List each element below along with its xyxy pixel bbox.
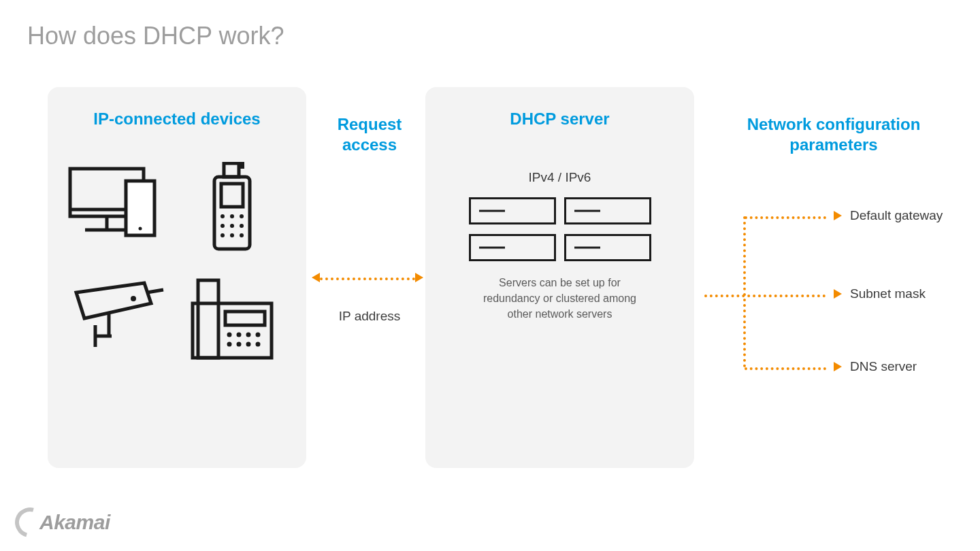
server-heading: DHCP server (439, 109, 681, 129)
ip-version-label: IPv4 / IPv6 (439, 170, 681, 185)
svg-rect-26 (198, 280, 218, 358)
param-subnet-mask: Subnet mask (834, 286, 926, 301)
arrow-icon (834, 362, 842, 371)
arrow-icon (834, 289, 842, 299)
server-description: Servers can be set up for redundancy or … (472, 275, 649, 322)
param-label: Subnet mask (850, 286, 926, 301)
request-access-label: Request access (308, 114, 431, 155)
svg-point-31 (256, 333, 261, 337)
arrow-icon (834, 211, 842, 220)
handheld-terminal-icon (201, 162, 269, 257)
svg-point-35 (256, 342, 261, 347)
akamai-swoosh-icon (10, 502, 50, 543)
params-heading: Network configuration parameters (738, 114, 929, 155)
svg-point-28 (227, 333, 232, 337)
svg-point-10 (220, 214, 225, 218)
svg-point-13 (220, 224, 225, 228)
svg-rect-9 (221, 184, 243, 207)
page-title: How does DHCP work? (27, 22, 284, 50)
svg-marker-19 (76, 283, 151, 318)
svg-point-5 (139, 227, 142, 231)
svg-point-15 (240, 224, 244, 228)
svg-rect-7 (239, 162, 244, 169)
svg-point-29 (237, 333, 242, 337)
svg-line-20 (147, 290, 163, 293)
request-heading: Request access (308, 114, 431, 155)
svg-point-30 (246, 333, 251, 337)
param-default-gateway: Default gateway (834, 208, 943, 223)
param-label: DNS server (850, 359, 917, 374)
svg-point-14 (230, 224, 234, 228)
svg-point-34 (246, 342, 251, 347)
brand-name: Akamai (39, 511, 110, 534)
params-connector-main (704, 295, 826, 297)
svg-point-33 (237, 342, 242, 347)
svg-rect-27 (225, 312, 265, 325)
devices-heading: IP-connected devices (61, 109, 293, 129)
server-rack-icon (439, 197, 681, 261)
svg-point-18 (240, 233, 244, 237)
param-dns-server: DNS server (834, 359, 917, 374)
devices-panel: IP-connected devices (48, 87, 306, 468)
server-panel: DHCP server IPv4 / IPv6 Servers can be s… (425, 87, 694, 468)
request-connector (320, 278, 415, 280)
svg-point-16 (220, 233, 225, 237)
params-heading-wrap: Network configuration parameters (738, 114, 929, 155)
svg-rect-6 (224, 163, 239, 177)
svg-point-12 (240, 214, 244, 218)
arrow-right-icon (415, 273, 423, 282)
param-label: Default gateway (850, 208, 943, 223)
svg-point-24 (131, 296, 136, 301)
akamai-logo: Akamai (15, 507, 110, 537)
fax-phone-icon (187, 278, 282, 366)
security-camera-icon (68, 278, 170, 366)
monitor-phone-icon (65, 162, 174, 257)
svg-point-11 (230, 214, 234, 218)
branch-dns (745, 367, 826, 370)
svg-point-32 (227, 342, 232, 347)
svg-point-17 (230, 233, 234, 237)
ip-address-label: IP address (308, 309, 431, 324)
arrow-left-icon (312, 273, 320, 282)
params-connector-vertical (743, 216, 746, 367)
branch-gateway (745, 216, 826, 219)
